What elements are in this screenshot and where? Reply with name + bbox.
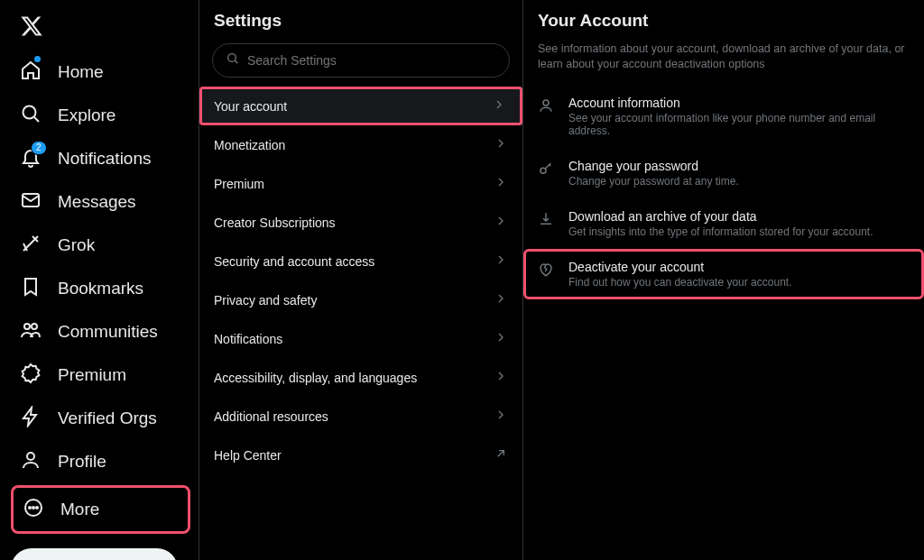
nav-more[interactable]: More (11, 485, 190, 534)
notifications-badge: 2 (31, 141, 47, 155)
settings-item-accessibility-display-languages[interactable]: Accessibility, display, and languages (199, 358, 522, 397)
nav-home[interactable]: Home (11, 50, 190, 94)
detail-item-deactivate-account[interactable]: Deactivate your account Find out how you… (523, 249, 924, 299)
detail-item-text: Account information See your account inf… (568, 96, 910, 137)
detail-item-text: Deactivate your account Find out how you… (568, 260, 910, 289)
nav-label: Bookmarks (58, 279, 143, 298)
settings-item-notifications[interactable]: Notifications (199, 319, 522, 358)
chevron-right-icon (494, 330, 508, 347)
heartbreak-icon (538, 260, 556, 281)
search-input[interactable] (247, 53, 496, 68)
settings-item-label: Accessibility, display, and languages (214, 371, 417, 385)
chevron-right-icon (494, 369, 508, 386)
detail-item-text: Download an archive of your data Get ins… (568, 209, 910, 238)
svg-point-8 (36, 507, 38, 509)
grok-icon (20, 233, 42, 258)
detail-item-sub: Change your password at any time. (568, 175, 910, 188)
premium-badge-icon (20, 363, 42, 388)
settings-list: Your account Monetization Premium Creato… (199, 87, 522, 474)
svg-point-3 (32, 324, 37, 329)
nav-label: More (60, 500, 99, 519)
external-link-icon (494, 446, 508, 464)
chevron-right-icon (494, 408, 508, 425)
detail-item-text: Change your password Change your passwor… (568, 159, 910, 188)
settings-search[interactable] (212, 43, 510, 78)
search-icon (20, 103, 42, 128)
settings-item-label: Security and account access (214, 254, 374, 269)
settings-item-your-account[interactable]: Your account (199, 87, 522, 125)
settings-item-security-account-access[interactable]: Security and account access (199, 242, 522, 280)
detail-description: See information about your account, down… (523, 38, 924, 85)
detail-item-change-password[interactable]: Change your password Change your passwor… (523, 148, 924, 198)
detail-item-title: Download an archive of your data (568, 209, 910, 224)
person-icon (20, 449, 42, 474)
primary-nav: Home Explore 2 Notifications Messages Gr… (0, 0, 199, 560)
nav-verified-orgs[interactable]: Verified Orgs (11, 397, 190, 440)
settings-item-label: Notifications (214, 332, 282, 346)
search-wrap (199, 38, 522, 87)
search-icon (226, 51, 240, 69)
detail-title: Your Account (523, 0, 924, 38)
settings-item-label: Your account (214, 99, 287, 114)
nav-label: Explore (58, 106, 116, 125)
svg-point-10 (543, 100, 549, 106)
detail-item-sub: Find out how you can deactivate your acc… (568, 276, 910, 289)
detail-item-account-information[interactable]: Account information See your account inf… (523, 85, 924, 148)
nav-label: Notifications (58, 149, 152, 169)
svg-point-9 (228, 54, 236, 62)
settings-item-label: Additional resources (214, 409, 328, 424)
nav-communities[interactable]: Communities (11, 310, 190, 353)
nav-label: Premium (58, 365, 126, 385)
nav-label: Grok (58, 235, 95, 255)
svg-point-6 (29, 507, 31, 509)
nav-label: Verified Orgs (58, 409, 157, 428)
nav-notifications[interactable]: 2 Notifications (11, 137, 190, 180)
chevron-right-icon (492, 97, 506, 115)
nav-bookmarks[interactable]: Bookmarks (11, 267, 190, 310)
post-button[interactable]: Post (11, 548, 178, 560)
settings-item-monetization[interactable]: Monetization (199, 125, 522, 164)
settings-item-premium[interactable]: Premium (199, 164, 522, 203)
detail-column: Your Account See information about your … (523, 0, 924, 560)
settings-item-label: Premium (214, 177, 264, 191)
nav-label: Communities (58, 322, 158, 342)
nav-label: Messages (58, 192, 136, 212)
nav-premium[interactable]: Premium (11, 353, 190, 397)
nav-profile[interactable]: Profile (11, 440, 190, 483)
chevron-right-icon (494, 252, 508, 270)
nav-messages[interactable]: Messages (11, 180, 190, 224)
chevron-right-icon (494, 214, 508, 231)
people-icon (20, 319, 42, 344)
settings-item-label: Privacy and safety (214, 293, 317, 308)
x-logo[interactable] (11, 7, 190, 50)
chevron-right-icon (494, 136, 508, 153)
settings-item-label: Monetization (214, 138, 285, 152)
detail-list: Account information See your account inf… (523, 85, 924, 299)
settings-item-additional-resources[interactable]: Additional resources (199, 397, 522, 436)
settings-item-creator-subscriptions[interactable]: Creator Subscriptions (199, 203, 522, 242)
settings-item-help-center[interactable]: Help Center (199, 436, 522, 474)
nav-label: Profile (58, 452, 106, 472)
settings-column: Settings Your account Monetization Premi… (199, 0, 523, 560)
nav-label: Home (58, 62, 104, 82)
mail-icon (20, 189, 42, 215)
chevron-right-icon (494, 291, 508, 308)
download-icon (538, 209, 556, 231)
detail-item-sub: See your account information like your p… (568, 112, 910, 137)
nav-explore[interactable]: Explore (11, 94, 190, 137)
detail-item-sub: Get insights into the type of informatio… (568, 225, 910, 238)
settings-item-label: Creator Subscriptions (214, 216, 336, 230)
chevron-right-icon (494, 175, 508, 192)
svg-point-7 (32, 507, 34, 509)
settings-item-privacy-safety[interactable]: Privacy and safety (199, 280, 522, 319)
svg-point-4 (27, 453, 34, 460)
detail-item-download-archive[interactable]: Download an archive of your data Get ins… (523, 198, 924, 249)
nav-grok[interactable]: Grok (11, 224, 190, 267)
svg-point-11 (541, 168, 546, 173)
more-icon (23, 497, 44, 522)
detail-item-title: Deactivate your account (568, 260, 910, 274)
detail-item-title: Change your password (568, 159, 910, 173)
detail-item-title: Account information (568, 96, 910, 110)
svg-point-0 (23, 106, 36, 119)
user-icon (538, 96, 556, 117)
